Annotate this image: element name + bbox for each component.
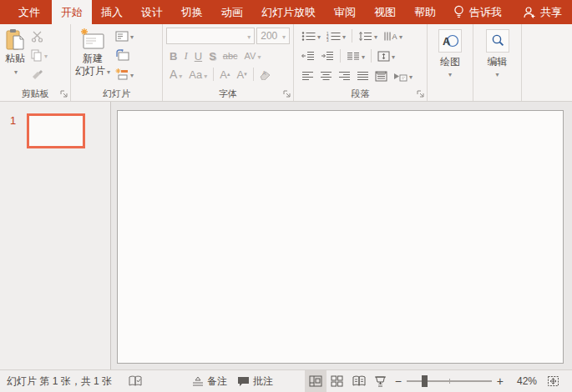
- reset-slide-button[interactable]: [114, 47, 135, 63]
- ribbon-home: 粘贴: [0, 24, 572, 102]
- text-direction-button[interactable]: A: [382, 29, 404, 43]
- tab-transitions[interactable]: 切换: [172, 0, 212, 24]
- tab-home[interactable]: 开始: [52, 0, 92, 24]
- paste-dropdown-arrow-icon[interactable]: [13, 65, 18, 78]
- text-direction-dropdown-arrow-icon[interactable]: [397, 30, 402, 42]
- reading-view-icon: [352, 375, 366, 387]
- increase-indent-button[interactable]: [319, 50, 336, 62]
- font-color-dropdown-arrow-icon[interactable]: [177, 68, 182, 81]
- comments-label: 批注: [253, 374, 273, 389]
- zoom-in-button[interactable]: +: [497, 374, 504, 388]
- drawing-menu-button[interactable]: A 绘图 ▾: [438, 26, 462, 78]
- align-text-button[interactable]: [376, 49, 397, 63]
- layout-dropdown-arrow-icon[interactable]: [129, 30, 134, 42]
- font-size-combobox[interactable]: 200: [256, 28, 290, 44]
- tab-view[interactable]: 视图: [365, 0, 405, 24]
- cut-button[interactable]: [29, 28, 49, 44]
- editing-menu-button[interactable]: 编辑 ▾: [486, 26, 509, 78]
- align-right-button[interactable]: [337, 70, 352, 82]
- tab-design[interactable]: 设计: [132, 0, 172, 24]
- align-left-button[interactable]: [300, 70, 316, 82]
- spell-check-button[interactable]: [124, 370, 147, 392]
- font-name-dropdown-arrow-icon[interactable]: [246, 30, 251, 42]
- status-bar: 幻灯片 第 1 张，共 1 张 备注 批注: [0, 369, 572, 392]
- numbering-button[interactable]: 123: [325, 29, 347, 43]
- section-dropdown-arrow-icon[interactable]: [129, 68, 134, 80]
- paste-button[interactable]: 粘贴: [2, 26, 28, 80]
- slide-counter[interactable]: 幻灯片 第 1 张，共 1 张: [5, 374, 124, 389]
- tab-help[interactable]: 帮助: [405, 0, 445, 24]
- clipboard-group: 粘贴: [0, 24, 71, 101]
- line-spacing-button[interactable]: [357, 29, 379, 43]
- notes-button[interactable]: 备注: [187, 370, 232, 392]
- numbering-icon: 123: [326, 31, 341, 42]
- font-dialog-launcher[interactable]: [283, 90, 291, 98]
- new-slide-button[interactable]: 新建 幻灯片: [73, 26, 113, 80]
- copy-dropdown-arrow-icon[interactable]: [43, 49, 48, 61]
- align-text-dropdown-arrow-icon[interactable]: [390, 50, 395, 62]
- bullets-button[interactable]: [300, 29, 322, 43]
- columns-button[interactable]: [345, 49, 367, 63]
- change-case-dropdown-arrow-icon[interactable]: [202, 68, 207, 81]
- tab-slideshow[interactable]: 幻灯片放映: [252, 0, 325, 24]
- bold-button[interactable]: B: [167, 50, 180, 63]
- slide-thumbnail-panel[interactable]: 1: [0, 102, 111, 369]
- increase-indent-icon: [321, 51, 334, 61]
- slide-sorter-icon: [331, 375, 343, 387]
- slide-sorter-view-button[interactable]: [326, 370, 348, 392]
- change-case-button[interactable]: Aa: [186, 68, 210, 81]
- font-size-dropdown-arrow-icon[interactable]: [281, 30, 286, 42]
- underline-button[interactable]: U: [192, 50, 205, 63]
- slide-canvas[interactable]: [117, 110, 564, 364]
- reading-view-button[interactable]: [348, 370, 370, 392]
- font-color-button[interactable]: A: [167, 68, 185, 81]
- tell-me-label: 告诉我: [469, 5, 502, 20]
- copy-button[interactable]: [29, 47, 49, 63]
- section-button[interactable]: [114, 66, 135, 83]
- slide-thumbnail-selected[interactable]: [27, 113, 85, 148]
- new-slide-dropdown-arrow-icon[interactable]: [105, 65, 110, 77]
- paragraph-dialog-launcher[interactable]: [417, 90, 425, 98]
- zoom-slider[interactable]: [407, 380, 492, 382]
- decrease-indent-button[interactable]: [300, 50, 316, 62]
- zoom-out-button[interactable]: −: [395, 374, 402, 388]
- fit-slide-to-window-button[interactable]: [542, 375, 564, 387]
- convert-to-smartart-button[interactable]: [392, 69, 414, 83]
- format-painter-button[interactable]: [29, 66, 49, 83]
- tab-animations[interactable]: 动画: [212, 0, 252, 24]
- decrease-font-size-button[interactable]: A: [234, 68, 249, 81]
- smartart-dropdown-arrow-icon[interactable]: [407, 70, 413, 82]
- slideshow-view-button[interactable]: [370, 370, 392, 392]
- clipboard-dialog-launcher[interactable]: [60, 90, 68, 98]
- comment-icon: [237, 375, 250, 387]
- justify-button[interactable]: [355, 70, 371, 82]
- bullets-dropdown-arrow-icon[interactable]: [316, 30, 321, 42]
- align-left-icon: [301, 71, 314, 81]
- tell-me-button[interactable]: 告诉我: [445, 0, 510, 24]
- increase-font-size-button[interactable]: A: [217, 68, 232, 81]
- tab-insert[interactable]: 插入: [92, 0, 132, 24]
- slides-group-label: 幻灯片: [73, 87, 160, 101]
- align-center-button[interactable]: [318, 70, 334, 82]
- text-shadow-button[interactable]: S: [206, 50, 219, 63]
- columns-dropdown-arrow-icon[interactable]: [360, 50, 365, 62]
- bullets-icon: [301, 31, 316, 42]
- line-spacing-dropdown-arrow-icon[interactable]: [372, 30, 377, 42]
- distribute-text-button[interactable]: [373, 70, 389, 83]
- normal-view-button[interactable]: [305, 370, 326, 392]
- zoom-percent[interactable]: 42%: [509, 375, 537, 387]
- slide-layout-button[interactable]: [114, 28, 135, 44]
- font-name-combobox[interactable]: [166, 28, 255, 44]
- clear-formatting-button[interactable]: A: [257, 69, 274, 80]
- share-button[interactable]: 共享: [513, 0, 572, 24]
- zoom-slider-thumb[interactable]: [422, 375, 428, 387]
- normal-view-icon: [309, 375, 322, 387]
- tab-review[interactable]: 审阅: [325, 0, 365, 24]
- tab-file[interactable]: 文件: [7, 0, 52, 24]
- character-spacing-button[interactable]: AV: [242, 51, 264, 61]
- numbering-dropdown-arrow-icon[interactable]: [341, 30, 346, 42]
- strikethrough-button[interactable]: abc: [220, 51, 240, 61]
- spacing-dropdown-arrow-icon[interactable]: [256, 51, 261, 61]
- comments-button[interactable]: 批注: [232, 370, 278, 392]
- italic-button[interactable]: I: [181, 49, 190, 63]
